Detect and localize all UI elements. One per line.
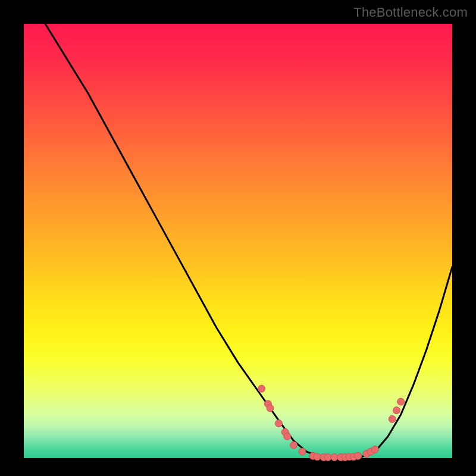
svg-point-20	[371, 446, 378, 453]
svg-point-6	[290, 441, 298, 449]
svg-point-9	[314, 453, 321, 461]
svg-point-7	[299, 448, 306, 455]
svg-point-12	[331, 454, 338, 461]
svg-point-3	[275, 420, 282, 427]
curve-line	[24, 0, 452, 458]
svg-point-22	[393, 407, 400, 414]
curve-markers	[258, 385, 405, 461]
svg-point-23	[397, 398, 405, 405]
chart-svg	[24, 24, 452, 458]
svg-point-2	[267, 405, 274, 412]
svg-point-0	[258, 385, 265, 392]
svg-point-17	[355, 452, 362, 459]
chart-frame: TheBottleneck.com	[0, 0, 476, 476]
svg-point-11	[324, 454, 331, 461]
svg-point-21	[389, 415, 396, 422]
watermark-text: TheBottleneck.com	[353, 5, 468, 20]
svg-point-5	[284, 433, 291, 440]
